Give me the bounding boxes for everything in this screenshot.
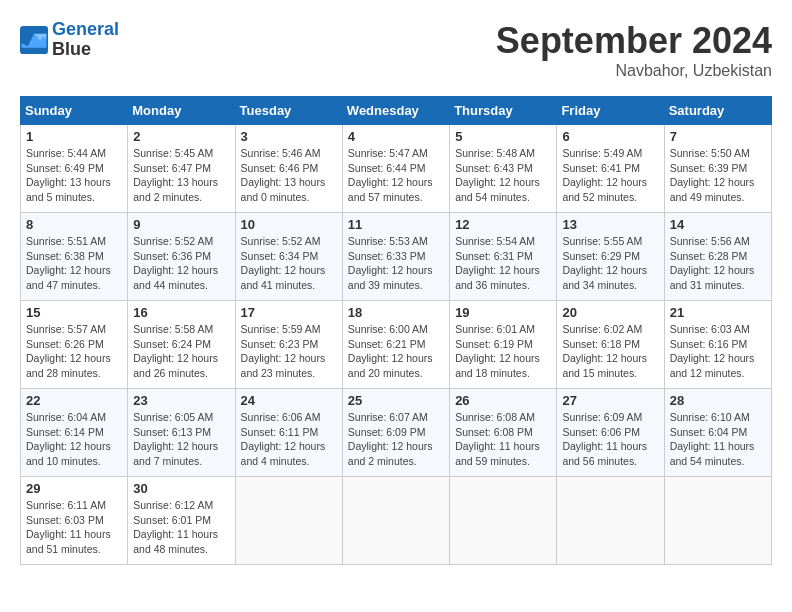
calendar-cell: 3Sunrise: 5:46 AM Sunset: 6:46 PM Daylig… xyxy=(235,125,342,213)
day-info: Sunrise: 6:03 AM Sunset: 6:16 PM Dayligh… xyxy=(670,322,766,381)
calendar-cell: 14Sunrise: 5:56 AM Sunset: 6:28 PM Dayli… xyxy=(664,213,771,301)
day-number: 9 xyxy=(133,217,229,232)
calendar-table: SundayMondayTuesdayWednesdayThursdayFrid… xyxy=(20,96,772,565)
day-info: Sunrise: 5:51 AM Sunset: 6:38 PM Dayligh… xyxy=(26,234,122,293)
day-number: 25 xyxy=(348,393,444,408)
day-info: Sunrise: 6:04 AM Sunset: 6:14 PM Dayligh… xyxy=(26,410,122,469)
page-header: General Blue September 2024 Navbahor, Uz… xyxy=(20,20,772,80)
calendar-cell: 28Sunrise: 6:10 AM Sunset: 6:04 PM Dayli… xyxy=(664,389,771,477)
day-number: 3 xyxy=(241,129,337,144)
day-number: 10 xyxy=(241,217,337,232)
weekday-header-cell: Thursday xyxy=(450,97,557,125)
calendar-cell: 12Sunrise: 5:54 AM Sunset: 6:31 PM Dayli… xyxy=(450,213,557,301)
month-title: September 2024 xyxy=(496,20,772,62)
calendar-cell: 2Sunrise: 5:45 AM Sunset: 6:47 PM Daylig… xyxy=(128,125,235,213)
day-info: Sunrise: 5:50 AM Sunset: 6:39 PM Dayligh… xyxy=(670,146,766,205)
day-info: Sunrise: 5:49 AM Sunset: 6:41 PM Dayligh… xyxy=(562,146,658,205)
calendar-cell: 29Sunrise: 6:11 AM Sunset: 6:03 PM Dayli… xyxy=(21,477,128,565)
day-number: 4 xyxy=(348,129,444,144)
day-number: 17 xyxy=(241,305,337,320)
calendar-body: 1Sunrise: 5:44 AM Sunset: 6:49 PM Daylig… xyxy=(21,125,772,565)
calendar-cell: 10Sunrise: 5:52 AM Sunset: 6:34 PM Dayli… xyxy=(235,213,342,301)
calendar-cell: 7Sunrise: 5:50 AM Sunset: 6:39 PM Daylig… xyxy=(664,125,771,213)
day-number: 30 xyxy=(133,481,229,496)
day-number: 8 xyxy=(26,217,122,232)
day-number: 14 xyxy=(670,217,766,232)
calendar-cell: 16Sunrise: 5:58 AM Sunset: 6:24 PM Dayli… xyxy=(128,301,235,389)
calendar-cell: 13Sunrise: 5:55 AM Sunset: 6:29 PM Dayli… xyxy=(557,213,664,301)
calendar-cell xyxy=(664,477,771,565)
day-info: Sunrise: 5:44 AM Sunset: 6:49 PM Dayligh… xyxy=(26,146,122,205)
calendar-week-row: 1Sunrise: 5:44 AM Sunset: 6:49 PM Daylig… xyxy=(21,125,772,213)
day-number: 2 xyxy=(133,129,229,144)
day-info: Sunrise: 6:11 AM Sunset: 6:03 PM Dayligh… xyxy=(26,498,122,557)
day-number: 12 xyxy=(455,217,551,232)
calendar-cell: 30Sunrise: 6:12 AM Sunset: 6:01 PM Dayli… xyxy=(128,477,235,565)
day-number: 28 xyxy=(670,393,766,408)
day-info: Sunrise: 5:46 AM Sunset: 6:46 PM Dayligh… xyxy=(241,146,337,205)
weekday-header-cell: Wednesday xyxy=(342,97,449,125)
day-info: Sunrise: 6:07 AM Sunset: 6:09 PM Dayligh… xyxy=(348,410,444,469)
weekday-header-row: SundayMondayTuesdayWednesdayThursdayFrid… xyxy=(21,97,772,125)
calendar-cell: 6Sunrise: 5:49 AM Sunset: 6:41 PM Daylig… xyxy=(557,125,664,213)
calendar-week-row: 22Sunrise: 6:04 AM Sunset: 6:14 PM Dayli… xyxy=(21,389,772,477)
calendar-cell: 27Sunrise: 6:09 AM Sunset: 6:06 PM Dayli… xyxy=(557,389,664,477)
day-number: 29 xyxy=(26,481,122,496)
day-number: 6 xyxy=(562,129,658,144)
day-info: Sunrise: 5:45 AM Sunset: 6:47 PM Dayligh… xyxy=(133,146,229,205)
calendar-week-row: 8Sunrise: 5:51 AM Sunset: 6:38 PM Daylig… xyxy=(21,213,772,301)
day-number: 5 xyxy=(455,129,551,144)
day-info: Sunrise: 5:58 AM Sunset: 6:24 PM Dayligh… xyxy=(133,322,229,381)
day-info: Sunrise: 5:53 AM Sunset: 6:33 PM Dayligh… xyxy=(348,234,444,293)
day-info: Sunrise: 5:57 AM Sunset: 6:26 PM Dayligh… xyxy=(26,322,122,381)
day-number: 13 xyxy=(562,217,658,232)
day-info: Sunrise: 5:48 AM Sunset: 6:43 PM Dayligh… xyxy=(455,146,551,205)
day-info: Sunrise: 6:10 AM Sunset: 6:04 PM Dayligh… xyxy=(670,410,766,469)
day-number: 11 xyxy=(348,217,444,232)
day-number: 21 xyxy=(670,305,766,320)
day-info: Sunrise: 6:09 AM Sunset: 6:06 PM Dayligh… xyxy=(562,410,658,469)
day-number: 20 xyxy=(562,305,658,320)
calendar-cell xyxy=(450,477,557,565)
day-info: Sunrise: 6:00 AM Sunset: 6:21 PM Dayligh… xyxy=(348,322,444,381)
calendar-cell: 4Sunrise: 5:47 AM Sunset: 6:44 PM Daylig… xyxy=(342,125,449,213)
day-number: 23 xyxy=(133,393,229,408)
calendar-cell: 9Sunrise: 5:52 AM Sunset: 6:36 PM Daylig… xyxy=(128,213,235,301)
day-info: Sunrise: 5:52 AM Sunset: 6:36 PM Dayligh… xyxy=(133,234,229,293)
calendar-cell xyxy=(235,477,342,565)
day-number: 7 xyxy=(670,129,766,144)
day-info: Sunrise: 5:54 AM Sunset: 6:31 PM Dayligh… xyxy=(455,234,551,293)
weekday-header-cell: Sunday xyxy=(21,97,128,125)
location: Navbahor, Uzbekistan xyxy=(496,62,772,80)
calendar-cell: 8Sunrise: 5:51 AM Sunset: 6:38 PM Daylig… xyxy=(21,213,128,301)
day-info: Sunrise: 5:56 AM Sunset: 6:28 PM Dayligh… xyxy=(670,234,766,293)
day-number: 18 xyxy=(348,305,444,320)
title-block: September 2024 Navbahor, Uzbekistan xyxy=(496,20,772,80)
logo-blue: Blue xyxy=(52,39,91,59)
calendar-cell: 19Sunrise: 6:01 AM Sunset: 6:19 PM Dayli… xyxy=(450,301,557,389)
logo-text: General Blue xyxy=(52,20,119,60)
calendar-cell: 15Sunrise: 5:57 AM Sunset: 6:26 PM Dayli… xyxy=(21,301,128,389)
day-info: Sunrise: 5:55 AM Sunset: 6:29 PM Dayligh… xyxy=(562,234,658,293)
weekday-header-cell: Tuesday xyxy=(235,97,342,125)
day-info: Sunrise: 6:06 AM Sunset: 6:11 PM Dayligh… xyxy=(241,410,337,469)
day-info: Sunrise: 6:12 AM Sunset: 6:01 PM Dayligh… xyxy=(133,498,229,557)
calendar-week-row: 29Sunrise: 6:11 AM Sunset: 6:03 PM Dayli… xyxy=(21,477,772,565)
day-info: Sunrise: 6:01 AM Sunset: 6:19 PM Dayligh… xyxy=(455,322,551,381)
day-number: 1 xyxy=(26,129,122,144)
calendar-cell xyxy=(557,477,664,565)
day-number: 16 xyxy=(133,305,229,320)
calendar-cell: 21Sunrise: 6:03 AM Sunset: 6:16 PM Dayli… xyxy=(664,301,771,389)
logo-icon xyxy=(20,26,48,54)
day-info: Sunrise: 5:47 AM Sunset: 6:44 PM Dayligh… xyxy=(348,146,444,205)
day-info: Sunrise: 6:08 AM Sunset: 6:08 PM Dayligh… xyxy=(455,410,551,469)
calendar-cell: 5Sunrise: 5:48 AM Sunset: 6:43 PM Daylig… xyxy=(450,125,557,213)
day-info: Sunrise: 6:02 AM Sunset: 6:18 PM Dayligh… xyxy=(562,322,658,381)
calendar-cell: 11Sunrise: 5:53 AM Sunset: 6:33 PM Dayli… xyxy=(342,213,449,301)
calendar-cell: 17Sunrise: 5:59 AM Sunset: 6:23 PM Dayli… xyxy=(235,301,342,389)
day-number: 15 xyxy=(26,305,122,320)
logo-general: General xyxy=(52,19,119,39)
day-info: Sunrise: 5:52 AM Sunset: 6:34 PM Dayligh… xyxy=(241,234,337,293)
weekday-header-cell: Friday xyxy=(557,97,664,125)
weekday-header-cell: Saturday xyxy=(664,97,771,125)
